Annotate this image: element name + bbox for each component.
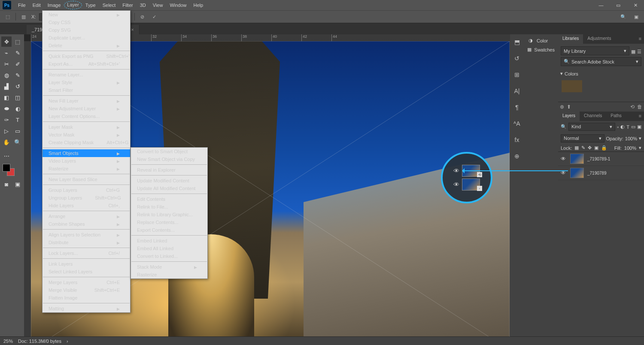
panel-color[interactable]: ◑Color xyxy=(526,36,556,45)
panel-icon[interactable]: ᴬA xyxy=(513,119,521,128)
layer-thumbnail[interactable] xyxy=(570,168,584,178)
menu-item[interactable]: Quick Export as PNGShift+Ctrl+' xyxy=(43,52,130,60)
align-icon[interactable]: ▥ xyxy=(19,12,28,21)
menu-item[interactable]: Export Contents... xyxy=(131,226,207,234)
foreground-color[interactable] xyxy=(3,164,10,172)
menu-file[interactable]: File xyxy=(15,1,29,9)
visibility-icon[interactable]: 👁 xyxy=(561,156,567,162)
menu-filter[interactable]: Filter xyxy=(119,1,136,9)
grid-view-icon[interactable]: ▦ xyxy=(631,49,635,54)
doc-info[interactable]: Doc: 115.3M/0 bytes xyxy=(18,339,61,344)
edit-toolbar-icon[interactable]: ⋯ xyxy=(1,151,12,161)
library-color-chip[interactable] xyxy=(562,80,582,92)
menu-item[interactable]: Duplicate Layer... xyxy=(43,34,130,42)
menu-window[interactable]: Window xyxy=(166,1,190,9)
zoom-tool[interactable]: 🔍 xyxy=(12,137,23,147)
history-brush-tool[interactable]: ↺ xyxy=(12,81,23,91)
lasso-tool[interactable]: ⌁ xyxy=(1,48,12,58)
filter-smart-icon[interactable]: ▣ xyxy=(637,124,641,130)
menu-3d[interactable]: 3D xyxy=(137,1,149,9)
zoom-level[interactable]: 25% xyxy=(3,339,13,344)
menu-layer[interactable]: Layer xyxy=(64,1,82,9)
eyedropper-tool[interactable]: ✐ xyxy=(12,59,23,69)
menu-select[interactable]: Select xyxy=(99,1,119,9)
menu-item[interactable]: Layer Style▶ xyxy=(43,79,130,86)
library-dropdown[interactable]: My Library▾ xyxy=(561,46,629,55)
panel-icon[interactable]: ↺ xyxy=(513,54,521,63)
add-graphic-icon[interactable]: ⊕ xyxy=(560,104,564,110)
menu-edit[interactable]: Edit xyxy=(29,1,44,9)
menu-item[interactable]: Convert to Smart Object xyxy=(131,148,207,155)
menu-item[interactable]: Lock Layers...Ctrl+/ xyxy=(43,249,130,257)
blur-tool[interactable]: ⬬ xyxy=(1,103,12,114)
stamp-tool[interactable]: ▟ xyxy=(1,81,12,91)
close-button[interactable]: ✕ xyxy=(627,0,644,10)
maximize-button[interactable]: ▭ xyxy=(610,0,627,10)
cancel-icon[interactable]: ⊘ xyxy=(138,12,147,21)
path-tool[interactable]: ▷ xyxy=(1,126,12,136)
tab-paths[interactable]: Paths xyxy=(606,112,626,121)
layer-name[interactable]: _7190789-1 xyxy=(587,157,610,161)
hand-tool[interactable]: ✋ xyxy=(1,137,12,147)
menu-item[interactable]: Vector Mask▶ xyxy=(43,131,130,139)
panel-icon[interactable]: ⊕ xyxy=(513,152,521,160)
lock-pixels-icon[interactable]: ✎ xyxy=(581,145,585,151)
menu-view[interactable]: View xyxy=(149,1,167,9)
menu-item[interactable]: Matting▶ xyxy=(43,305,130,312)
menu-item[interactable]: Arrange▶ xyxy=(43,212,130,220)
chevron-right-icon[interactable]: › xyxy=(67,339,68,344)
filter-type-icon[interactable]: T xyxy=(626,124,629,130)
filter-shape-icon[interactable]: ▭ xyxy=(631,124,635,130)
menu-item[interactable]: Rename Layer... xyxy=(43,71,130,79)
lock-artboard-icon[interactable]: ▣ xyxy=(594,145,598,151)
add-character-icon[interactable]: ⬆ xyxy=(567,104,571,110)
lock-icon[interactable]: 🔒 xyxy=(601,145,607,151)
menu-item[interactable]: Video Layers▶ xyxy=(43,157,130,165)
ruler-vertical[interactable] xyxy=(24,41,31,336)
quickmask-tool[interactable]: ◙ xyxy=(1,179,12,189)
dodge-tool[interactable]: ◐ xyxy=(12,103,23,114)
gradient-tool[interactable]: ◫ xyxy=(12,92,23,103)
screenmode-tool[interactable]: ▣ xyxy=(12,179,23,189)
menu-item[interactable]: New Layer Based Slice xyxy=(43,176,130,183)
filter-adjust-icon[interactable]: ◐ xyxy=(620,124,625,130)
filter-kind-dropdown[interactable]: Kind▾ xyxy=(568,123,615,131)
blend-mode-dropdown[interactable]: Normal▾ xyxy=(561,134,605,142)
tool-preset-icon[interactable]: ⬚ xyxy=(3,12,12,21)
layer-name[interactable]: _7190789 xyxy=(587,171,607,176)
menu-item[interactable]: Rasterize xyxy=(131,271,207,278)
opacity-value[interactable]: 100% xyxy=(625,136,637,141)
panel-swatches[interactable]: ▦Swatches xyxy=(526,45,556,54)
layer-row[interactable]: 👁_7190789 xyxy=(558,166,644,180)
menu-item[interactable]: Flatten Image xyxy=(43,294,130,302)
type-tool[interactable]: T xyxy=(12,115,23,125)
menu-item[interactable]: Delete▶ xyxy=(43,42,130,49)
eraser-tool[interactable]: ◧ xyxy=(1,92,12,103)
menu-item[interactable]: Hide LayersCtrl+, xyxy=(43,202,130,209)
tab-layers[interactable]: Layers xyxy=(558,112,580,121)
move-tool[interactable]: ✥ xyxy=(1,36,12,47)
trash-icon[interactable]: 🗑 xyxy=(637,104,642,110)
menu-item[interactable]: Copy CSS xyxy=(43,18,130,26)
panel-icon[interactable]: ⊞ xyxy=(513,70,521,79)
filter-pixel-icon[interactable]: ▫ xyxy=(617,124,619,130)
commit-icon[interactable]: ✓ xyxy=(150,12,159,21)
fill-value[interactable]: 100% xyxy=(624,145,636,151)
menu-item[interactable]: New Smart Object via Copy xyxy=(131,155,207,163)
panel-icon[interactable]: fx xyxy=(513,136,521,144)
menu-item[interactable]: Relink to File... xyxy=(131,203,207,211)
tab-channels[interactable]: Channels xyxy=(580,112,606,121)
panel-menu-icon[interactable]: ≡ xyxy=(636,112,644,121)
menu-item[interactable]: Export As...Alt+Shift+Ctrl+' xyxy=(43,60,130,68)
menu-item[interactable]: Embed All Linked xyxy=(131,245,207,252)
menu-item[interactable]: Merge VisibleShift+Ctrl+E xyxy=(43,286,130,294)
menu-image[interactable]: Image xyxy=(44,1,64,9)
sync-icon[interactable]: ⟲ xyxy=(630,104,635,110)
pen-tool[interactable]: ✑ xyxy=(1,115,12,125)
search-stock-input[interactable]: 🔍Search Adobe Stock▾ xyxy=(561,57,641,66)
panel-menu-icon[interactable]: ≡ xyxy=(636,34,644,44)
menu-item[interactable]: Convert to Linked... xyxy=(131,252,207,260)
menu-help[interactable]: Help xyxy=(190,1,207,9)
menu-item[interactable]: Create Clipping MaskAlt+Ctrl+G xyxy=(43,139,130,146)
heal-tool[interactable]: ◍ xyxy=(1,70,12,80)
